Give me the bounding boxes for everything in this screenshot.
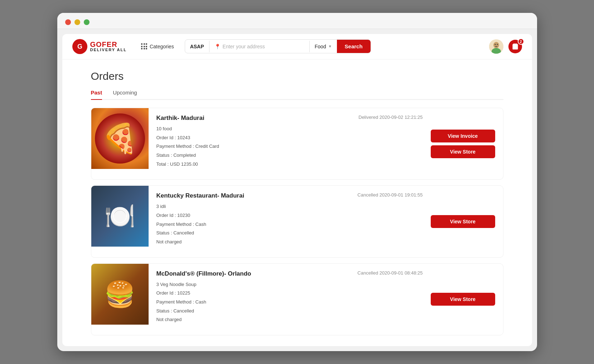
order-card: Kentucky Restaurant- Madurai Cancelled 2… [91,185,503,257]
order-actions: View Store [431,186,503,257]
logo-tagline: DELIVERY ALL [90,48,127,52]
order-info: McDonald's® (Fillmore)- Orlando Cancelle… [149,264,431,335]
order-header: Karthik- Madurai Delivered 2020-09-02 12… [156,115,423,122]
order-actions: View Store [431,264,503,335]
cart-count: 2 [518,38,524,45]
order-items: 3 Veg Noodle Soup [156,280,423,289]
tab-past[interactable]: Past [91,89,102,100]
cart-icon [512,43,519,50]
order-card: Karthik- Madurai Delivered 2020-09-02 12… [91,108,503,180]
search-bar: ASAP 📍 Enter your address Food ▼ Search [185,39,371,53]
main-content: Orders Past Upcoming Karthik- Madurai De… [62,59,532,346]
order-details: 10 food Order Id : 10243 Payment Method … [156,125,423,169]
logo: G GOFER DELIVERY ALL [72,39,127,54]
svg-point-3 [493,42,499,48]
order-image [91,264,149,325]
view-store-button[interactable]: View Store [431,145,495,158]
cart-container: 2 [508,40,522,53]
order-total: Not charged [156,238,423,247]
order-actions: View Invoice View Store [431,108,503,179]
order-payment: Payment Method : Cash [156,220,423,229]
order-image [91,108,149,169]
order-time: Delivered 2020-09-02 12:21:25 [358,115,422,120]
svg-text:G: G [77,43,82,50]
categories-menu[interactable]: Categories [141,43,174,50]
address-input-area[interactable]: 📍 Enter your address [209,41,310,52]
avatar[interactable] [489,39,503,54]
order-info: Kentucky Restaurant- Madurai Cancelled 2… [149,186,431,257]
view-store-button[interactable]: View Store [431,215,495,228]
order-name: Kentucky Restaurant- Madurai [156,192,245,199]
order-name: Karthik- Madurai [156,115,204,122]
order-total: Total : USD 1235.00 [156,160,423,169]
order-id: Order Id : 10225 [156,289,423,298]
order-image [91,186,149,247]
search-button[interactable]: Search [337,40,371,53]
order-items: 10 food [156,125,423,134]
order-details: 3 Veg Noodle Soup Order Id : 10225 Payme… [156,280,423,324]
categories-label: Categories [150,44,174,49]
close-dot[interactable] [65,19,71,25]
svg-point-5 [494,44,496,45]
svg-point-6 [497,44,498,45]
asap-selector[interactable]: ASAP [185,41,209,52]
title-bar [57,13,537,29]
order-info: Karthik- Madurai Delivered 2020-09-02 12… [149,108,431,179]
order-details: 3 idli Order Id : 10230 Payment Method :… [156,202,423,246]
order-total: Not charged [156,315,423,324]
chevron-down-icon: ▼ [328,44,332,48]
minimize-dot[interactable] [74,19,80,25]
order-tabs: Past Upcoming [91,89,503,100]
order-id: Order Id : 10243 [156,134,423,142]
order-status: Status : Cancelled [156,229,423,238]
order-payment: Payment Method : Cash [156,298,423,307]
order-name: McDonald's® (Fillmore)- Orlando [156,270,251,277]
order-time: Cancelled 2020-09-01 19:01:55 [357,192,422,198]
nav-right: 2 [489,39,522,54]
view-invoice-button[interactable]: View Invoice [431,130,495,142]
content-area: G GOFER DELIVERY ALL Categories ASAP [62,34,532,346]
navbar: G GOFER DELIVERY ALL Categories ASAP [62,34,532,59]
logo-icon: G [72,39,87,54]
maximize-dot[interactable] [84,19,90,25]
order-status: Status : Completed [156,151,423,160]
page-title: Orders [91,70,503,82]
view-store-button[interactable]: View Store [431,293,495,306]
logo-text: GOFER DELIVERY ALL [90,41,127,52]
category-label: Food [315,44,326,49]
logo-brand: GOFER [90,41,127,48]
order-header: McDonald's® (Fillmore)- Orlando Cancelle… [156,270,423,277]
order-id: Order Id : 10230 [156,211,423,220]
avatar-icon [489,39,503,54]
order-card: McDonald's® (Fillmore)- Orlando Cancelle… [91,263,503,335]
app-window: G GOFER DELIVERY ALL Categories ASAP [57,13,537,351]
order-payment: Payment Method : Credit Card [156,142,423,151]
grid-icon [141,43,148,50]
orders-list: Karthik- Madurai Delivered 2020-09-02 12… [91,108,503,335]
order-time: Cancelled 2020-09-01 08:48:25 [357,270,422,276]
order-header: Kentucky Restaurant- Madurai Cancelled 2… [156,192,423,199]
order-items: 3 idli [156,202,423,211]
address-placeholder-text: Enter your address [223,44,265,49]
location-icon: 📍 [214,44,221,49]
tab-upcoming[interactable]: Upcoming [113,89,137,99]
category-selector[interactable]: Food ▼ [310,41,337,52]
order-status: Status : Cancelled [156,307,423,316]
